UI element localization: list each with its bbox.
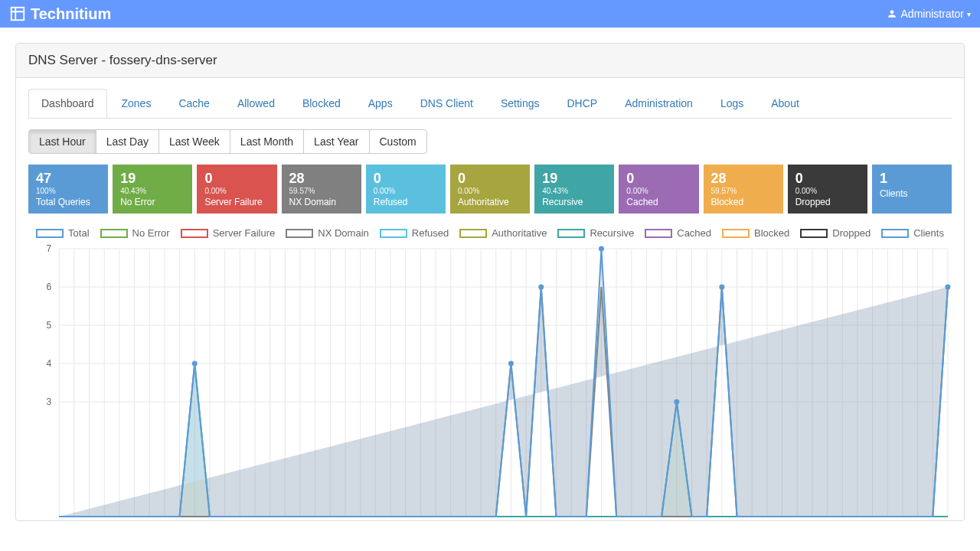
- svg-point-73: [538, 285, 544, 290]
- stat-clients[interactable]: 1Clients: [872, 165, 952, 214]
- user-icon: [887, 8, 897, 19]
- tab-zones[interactable]: Zones: [109, 89, 165, 118]
- stat-authoritative[interactable]: 00.00%Authoritative: [450, 165, 530, 214]
- legend-nx-domain[interactable]: NX Domain: [286, 227, 368, 239]
- svg-point-77: [945, 285, 950, 290]
- svg-point-72: [508, 361, 514, 367]
- chart-container: TotalNo ErrorServer FailureNX DomainRefu…: [28, 227, 952, 520]
- range-last-year[interactable]: Last Year: [303, 129, 369, 154]
- legend-refused[interactable]: Refused: [380, 227, 449, 239]
- legend-authoritative[interactable]: Authoritative: [459, 227, 547, 239]
- nav-tabs: DashboardZonesCacheAllowedBlockedAppsDNS…: [28, 89, 952, 119]
- svg-text:5: 5: [46, 320, 51, 331]
- stat-server-failure[interactable]: 00.00%Server Failure: [197, 165, 276, 214]
- legend-recursive[interactable]: Recursive: [557, 227, 634, 239]
- brand-text: Technitium: [31, 5, 111, 23]
- stat-dropped[interactable]: 00.00%Dropped: [788, 165, 867, 214]
- legend-cached[interactable]: Cached: [645, 227, 711, 239]
- main-panel: DNS Server - fossery-dns-server Dashboar…: [15, 43, 965, 521]
- queries-chart: 34567: [28, 245, 952, 520]
- svg-text:3: 3: [46, 396, 51, 407]
- user-name: Administrator: [901, 8, 964, 20]
- svg-text:4: 4: [46, 358, 51, 369]
- svg-point-74: [599, 246, 604, 252]
- logo-icon: [9, 5, 26, 22]
- tab-logs[interactable]: Logs: [707, 89, 756, 118]
- stat-recursive[interactable]: 1940.43%Recursive: [534, 165, 614, 214]
- stats-row: 47100%Total Queries1940.43%No Error00.00…: [28, 165, 952, 214]
- tab-dhcp[interactable]: DHCP: [554, 89, 611, 118]
- legend-no-error[interactable]: No Error: [100, 227, 170, 239]
- legend-clients[interactable]: Clients: [881, 227, 944, 239]
- legend-total[interactable]: Total: [36, 227, 89, 239]
- svg-rect-0: [11, 8, 24, 21]
- page-title: DNS Server - fossery-dns-server: [16, 44, 964, 78]
- stat-refused[interactable]: 00.00%Refused: [366, 165, 446, 214]
- tab-cache[interactable]: Cache: [165, 89, 222, 118]
- tab-blocked[interactable]: Blocked: [289, 89, 354, 118]
- tab-dashboard[interactable]: Dashboard: [28, 89, 107, 118]
- stat-total-queries[interactable]: 47100%Total Queries: [28, 165, 108, 214]
- svg-point-76: [719, 285, 724, 290]
- brand[interactable]: Technitium: [9, 5, 111, 23]
- range-custom[interactable]: Custom: [369, 129, 427, 154]
- tab-allowed[interactable]: Allowed: [224, 89, 288, 118]
- tab-dns-client[interactable]: DNS Client: [407, 89, 486, 118]
- svg-text:7: 7: [46, 245, 51, 254]
- range-last-month[interactable]: Last Month: [230, 129, 304, 154]
- svg-text:6: 6: [46, 282, 51, 292]
- legend-blocked[interactable]: Blocked: [722, 227, 789, 239]
- time-range-group: Last HourLast DayLast WeekLast MonthLast…: [28, 129, 427, 154]
- svg-point-75: [674, 399, 679, 405]
- tab-administration[interactable]: Administration: [612, 89, 706, 118]
- user-menu[interactable]: Administrator ▾: [887, 8, 971, 20]
- tab-about[interactable]: About: [758, 89, 812, 118]
- range-last-week[interactable]: Last Week: [158, 129, 230, 154]
- stat-cached[interactable]: 00.00%Cached: [619, 165, 698, 214]
- stat-blocked[interactable]: 2859.57%Blocked: [704, 165, 783, 214]
- chevron-down-icon: ▾: [967, 10, 971, 18]
- stat-nx-domain[interactable]: 2859.57%NX Domain: [282, 165, 361, 214]
- range-last-hour[interactable]: Last Hour: [28, 129, 96, 154]
- tab-apps[interactable]: Apps: [355, 89, 406, 118]
- legend-dropped[interactable]: Dropped: [800, 227, 871, 239]
- top-navbar: Technitium Administrator ▾: [0, 0, 980, 28]
- legend-server-failure[interactable]: Server Failure: [181, 227, 276, 239]
- svg-point-71: [192, 361, 198, 367]
- tab-settings[interactable]: Settings: [488, 89, 553, 118]
- chart-legend: TotalNo ErrorServer FailureNX DomainRefu…: [28, 227, 952, 239]
- stat-no-error[interactable]: 1940.43%No Error: [113, 165, 192, 214]
- range-last-day[interactable]: Last Day: [96, 129, 159, 154]
